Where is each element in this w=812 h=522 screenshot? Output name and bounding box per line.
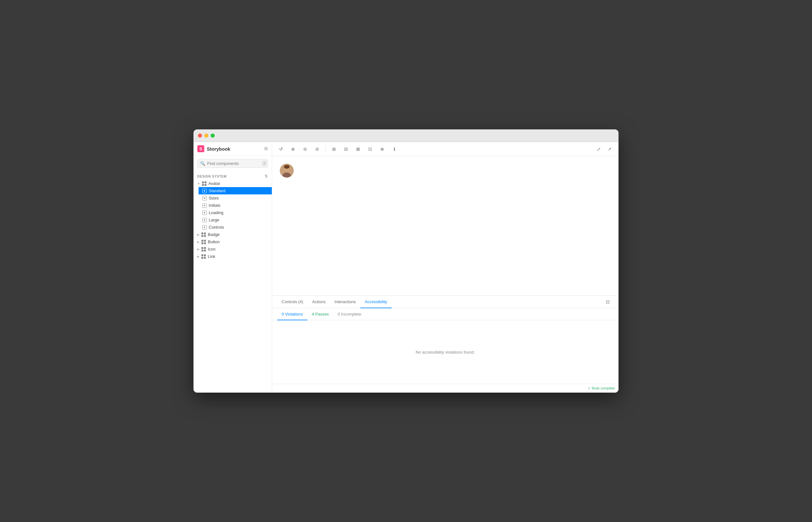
sidebar-item-label: Controls (209, 225, 224, 229)
sub-tab-incomplete[interactable]: 0 Incomplete (333, 308, 365, 320)
expand-arrow-icon: ▶ (197, 248, 199, 251)
section-label: DESIGN SYSTEM ⇅ (194, 171, 272, 180)
tabs-bar: Controls (4) Actions Interactions Access… (272, 296, 618, 308)
sidebar-item-link[interactable]: ▶ Link (194, 253, 272, 260)
sidebar-item-large[interactable]: ■ Large (199, 216, 272, 224)
no-violations-message: No accessibility violations found. (272, 320, 618, 384)
sidebar-item-badge[interactable]: ▶ Badge (194, 231, 272, 238)
zoom-out-button[interactable]: ⊖ (301, 145, 310, 154)
group-icon (201, 254, 206, 259)
canvas-area (272, 156, 618, 295)
story-icon: ■ (202, 203, 207, 208)
sidebar-item-label: Icon (208, 247, 216, 252)
story-icon: ■ (202, 196, 207, 200)
search-box[interactable]: 🔍 / (197, 159, 268, 168)
fullscreen-button[interactable] (211, 134, 215, 138)
sidebar-item-label: Link (208, 254, 215, 259)
canvas-toggle-button[interactable]: ⊡ (366, 145, 375, 154)
sub-tab-violations[interactable]: 0 Violations (277, 308, 308, 320)
toolbar-separator (325, 146, 326, 152)
grid-view-button[interactable]: ⊞ (330, 145, 338, 154)
group-icon (201, 233, 206, 237)
sidebar-item-label: Sizes (209, 196, 219, 200)
expand-arrow-icon: ▶ (197, 255, 199, 258)
app-window: S Storybook ⚙ 🔍 / DESIGN SYSTEM ⇅ (194, 129, 618, 393)
settings-icon[interactable]: ⚙ (264, 146, 268, 152)
svg-point-3 (284, 165, 290, 169)
sidebar-item-controls[interactable]: ■ Controls (199, 224, 272, 231)
expand-arrow-icon: ▶ (197, 240, 199, 244)
sidebar-toggle-button[interactable]: ⊠ (354, 145, 362, 154)
sidebar-item-icon[interactable]: ▶ Icon (194, 245, 272, 253)
main-content: ↺ ⊕ ⊖ ⊘ ⊞ ⊟ ⊠ ⊡ ⊕ ℹ ⤢ ↗ (272, 142, 618, 393)
addon-toggle-button[interactable]: ⊕ (378, 145, 387, 154)
open-new-tab-button[interactable]: ↗ (605, 145, 614, 154)
minimize-button[interactable] (204, 134, 209, 138)
app-name: Storybook (207, 146, 230, 152)
search-shortcut: / (262, 161, 266, 166)
sidebar-item-label: Initials (209, 203, 220, 208)
logo-area: S Storybook (197, 145, 230, 152)
tab-interactions[interactable]: Interactions (330, 296, 360, 308)
sidebar-item-label: Badge (208, 232, 220, 237)
section-collapse-icon[interactable]: ⇅ (264, 174, 268, 179)
story-icon: ■ (202, 189, 207, 193)
zoom-in-button[interactable]: ⊕ (289, 145, 298, 154)
accessibility-sub-tabs: 0 Violations 4 Passes 0 Incomplete (272, 308, 618, 320)
story-icon: ■ (202, 218, 207, 222)
tab-controls[interactable]: Controls (4) (277, 296, 308, 308)
zoom-fit-button[interactable]: ⊘ (313, 145, 322, 154)
search-input[interactable] (207, 161, 260, 166)
toolbar: ↺ ⊕ ⊖ ⊘ ⊞ ⊟ ⊠ ⊡ ⊕ ℹ ⤢ ↗ (272, 142, 618, 156)
story-icon: ■ (202, 225, 207, 229)
avatar-svg (280, 164, 294, 178)
tabs-list: Controls (4) Actions Interactions Access… (277, 296, 392, 308)
sidebar-item-initials[interactable]: ■ Initials (199, 202, 272, 209)
sidebar-item-label: Loading (209, 210, 223, 215)
bottom-panel: Controls (4) Actions Interactions Access… (272, 295, 618, 384)
app-body: S Storybook ⚙ 🔍 / DESIGN SYSTEM ⇅ (194, 142, 618, 393)
list-view-button[interactable]: ⊟ (342, 145, 351, 154)
sub-tab-passes[interactable]: 4 Passes (308, 308, 333, 320)
group-icon (202, 181, 206, 186)
titlebar (194, 129, 618, 142)
sidebar-item-label: Large (209, 218, 219, 222)
sidebar-item-avatar[interactable]: ▼ Avatar (194, 180, 272, 187)
top-right-tools: ⤢ ↗ (594, 145, 614, 154)
sidebar-tree: ▼ Avatar ■ Standard ■ Sizes (194, 180, 272, 260)
tab-accessibility[interactable]: Accessibility (360, 296, 392, 308)
sidebar-item-standard[interactable]: ■ Standard (199, 187, 272, 195)
sidebar: S Storybook ⚙ 🔍 / DESIGN SYSTEM ⇅ (194, 142, 272, 393)
tests-complete-status: ✓ Tests complete (588, 386, 615, 390)
avatar-component-preview (280, 164, 294, 178)
tab-actions[interactable]: Actions (308, 296, 330, 308)
sidebar-item-label: Button (208, 239, 220, 244)
traffic-lights (198, 134, 215, 138)
expand-button[interactable]: ⤢ (594, 145, 603, 154)
expand-arrow-icon: ▼ (197, 182, 200, 185)
reset-zoom-button[interactable]: ↺ (277, 145, 285, 154)
group-icon (201, 240, 206, 244)
avatar-children: ■ Standard ■ Sizes ■ Initials ■ Loading (194, 187, 272, 231)
close-button[interactable] (198, 134, 202, 138)
sidebar-item-label: Standard (209, 188, 225, 193)
info-button[interactable]: ℹ (390, 145, 399, 154)
story-icon: ■ (202, 210, 207, 215)
search-icon: 🔍 (200, 161, 205, 166)
sidebar-header: S Storybook ⚙ (194, 142, 272, 156)
sidebar-item-loading[interactable]: ■ Loading (199, 209, 272, 216)
group-icon (201, 247, 206, 252)
sidebar-item-sizes[interactable]: ■ Sizes (199, 195, 272, 202)
panel-layout-button[interactable]: ⊡ (603, 298, 612, 306)
storybook-logo-icon: S (197, 145, 204, 152)
status-bar: ✓ Tests complete (272, 384, 618, 393)
expand-arrow-icon: ▶ (197, 233, 199, 236)
sidebar-item-button[interactable]: ▶ Button (194, 238, 272, 245)
sidebar-item-label: Avatar (209, 181, 220, 186)
